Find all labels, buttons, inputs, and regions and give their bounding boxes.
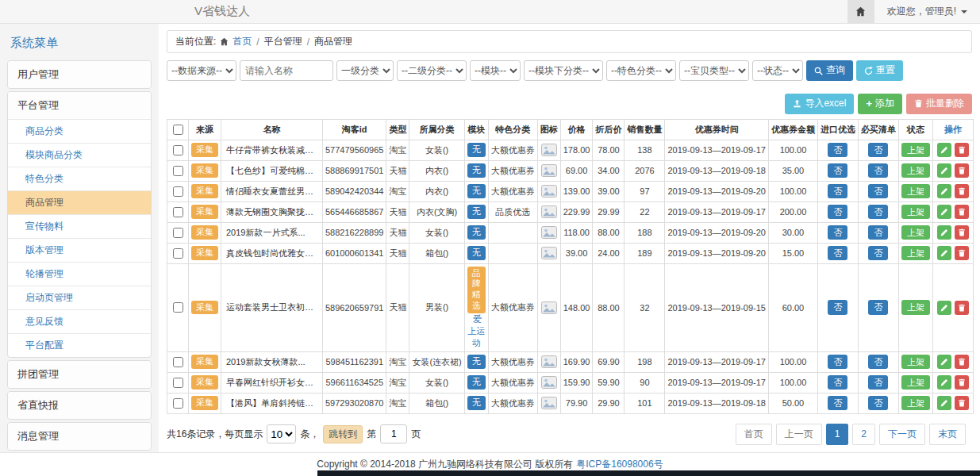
status-button[interactable]: 上架 [901, 396, 930, 410]
category2-select[interactable]: --二级分类-- [397, 60, 467, 81]
page-first[interactable]: 首页 [736, 424, 772, 445]
delete-button[interactable] [955, 225, 969, 240]
select-all-checkbox[interactable] [173, 125, 183, 135]
row-checkbox[interactable] [173, 145, 183, 155]
icp-link[interactable]: 粤ICP备16098006号 [576, 458, 663, 471]
import-select-toggle[interactable]: 否 [828, 225, 847, 240]
import-select-toggle[interactable]: 否 [828, 205, 847, 219]
edit-button[interactable] [937, 143, 951, 157]
import-select-toggle[interactable]: 否 [828, 246, 847, 260]
status-button[interactable]: 上架 [901, 355, 930, 369]
status-button[interactable]: 上架 [901, 163, 930, 178]
module-sub-select[interactable]: --模块下分类-- [524, 60, 603, 81]
must-buy-toggle[interactable]: 否 [868, 225, 888, 240]
row-checkbox[interactable] [173, 228, 183, 238]
import-select-toggle[interactable]: 否 [828, 184, 847, 198]
sidebar-item[interactable]: 用户管理 [8, 61, 151, 88]
page-number[interactable]: 1 [826, 424, 849, 445]
data-source-select[interactable]: --数据来源-- [167, 60, 236, 81]
sidebar-item[interactable]: 宣传物料 [8, 214, 151, 238]
page-input[interactable] [380, 424, 407, 443]
sidebar-item[interactable]: 启动页管理 [8, 286, 151, 309]
module-badge[interactable]: 无 [467, 246, 486, 260]
row-checkbox[interactable] [173, 357, 183, 367]
home-button[interactable] [847, 0, 874, 23]
edit-button[interactable] [937, 225, 951, 240]
module-badge[interactable]: 无 [467, 163, 486, 178]
edit-button[interactable] [937, 246, 951, 260]
module-badge[interactable]: 无 [467, 143, 486, 157]
edit-button[interactable] [937, 184, 951, 198]
must-buy-toggle[interactable]: 否 [868, 375, 888, 390]
name-input[interactable] [240, 60, 333, 81]
module-badge[interactable]: 品牌精选 [467, 267, 486, 313]
sidebar-item[interactable]: 消息管理 [8, 423, 151, 450]
page-prev[interactable]: 上一页 [776, 424, 822, 445]
search-button[interactable]: 查询 [806, 60, 853, 81]
edit-button[interactable] [937, 163, 951, 178]
jump-button[interactable]: 跳转到 [323, 425, 363, 443]
feature-select[interactable]: --特色分类-- [606, 60, 676, 81]
page-next[interactable]: 下一页 [879, 424, 925, 445]
import-select-toggle[interactable]: 否 [828, 375, 847, 390]
module-badge[interactable]: 无 [467, 375, 486, 390]
delete-button[interactable] [955, 163, 969, 178]
row-checkbox[interactable] [173, 166, 183, 176]
module-badge[interactable]: 无 [467, 355, 486, 369]
import-select-toggle[interactable]: 否 [828, 143, 847, 157]
status-button[interactable]: 上架 [901, 246, 930, 260]
row-checkbox[interactable] [173, 398, 183, 409]
page-number[interactable]: 2 [852, 424, 875, 445]
import-select-toggle[interactable]: 否 [828, 355, 847, 369]
must-buy-toggle[interactable]: 否 [868, 143, 888, 157]
must-buy-toggle[interactable]: 否 [868, 355, 888, 369]
delete-button[interactable] [955, 184, 969, 198]
row-checkbox[interactable] [173, 378, 183, 388]
import-select-toggle[interactable]: 否 [828, 300, 847, 314]
sidebar-item[interactable]: 意见反馈 [8, 309, 151, 333]
row-checkbox[interactable] [173, 302, 183, 313]
status-button[interactable]: 上架 [901, 184, 930, 198]
must-buy-toggle[interactable]: 否 [868, 396, 888, 410]
sidebar-item[interactable]: 特色分类 [8, 167, 151, 190]
reset-button[interactable]: 重置 [856, 60, 903, 81]
edit-button[interactable] [937, 375, 951, 390]
sidebar-item[interactable]: 平台管理 [8, 92, 151, 119]
delete-button[interactable] [955, 375, 969, 390]
add-button[interactable]: + 添加 [858, 94, 902, 114]
sidebar-item[interactable]: 版本管理 [8, 238, 151, 262]
row-checkbox[interactable] [173, 248, 183, 259]
delete-button[interactable] [955, 205, 969, 219]
module-badge[interactable]: 无 [467, 225, 486, 240]
edit-button[interactable] [937, 396, 951, 410]
import-select-toggle[interactable]: 否 [828, 163, 847, 178]
import-excel-button[interactable]: 导入excel [785, 94, 854, 114]
delete-button[interactable] [955, 301, 969, 315]
row-checkbox[interactable] [173, 186, 183, 197]
must-buy-toggle[interactable]: 否 [868, 163, 888, 178]
per-page-select[interactable]: 10 [267, 424, 296, 443]
sidebar-item[interactable]: 模块商品分类 [8, 143, 151, 167]
batch-delete-button[interactable]: 批量删除 [906, 94, 972, 114]
page-last[interactable]: 末页 [929, 424, 966, 445]
status-select[interactable]: --状态-- [752, 60, 803, 81]
sidebar-item[interactable]: 拼团管理 [8, 361, 151, 388]
sidebar-item[interactable]: 商品分类 [8, 119, 151, 143]
module-badge[interactable]: 无 [467, 396, 486, 410]
import-select-toggle[interactable]: 否 [828, 396, 847, 410]
delete-button[interactable] [955, 355, 969, 369]
sidebar-item[interactable]: 轮播管理 [8, 262, 151, 286]
must-buy-toggle[interactable]: 否 [868, 246, 888, 260]
user-menu[interactable]: 欢迎您，管理员! [874, 0, 980, 23]
sidebar-item[interactable]: 平台配置 [8, 333, 151, 357]
delete-button[interactable] [955, 246, 969, 260]
must-buy-toggle[interactable]: 否 [868, 184, 888, 198]
sidebar-item[interactable]: 省直快报 [8, 392, 151, 419]
status-button[interactable]: 上架 [901, 375, 930, 390]
delete-button[interactable] [955, 143, 969, 157]
status-button[interactable]: 上架 [901, 143, 930, 157]
status-button[interactable]: 上架 [901, 225, 930, 240]
must-buy-toggle[interactable]: 否 [868, 300, 888, 314]
row-checkbox[interactable] [173, 207, 183, 217]
item-type-select[interactable]: --宝贝类型-- [679, 60, 749, 81]
